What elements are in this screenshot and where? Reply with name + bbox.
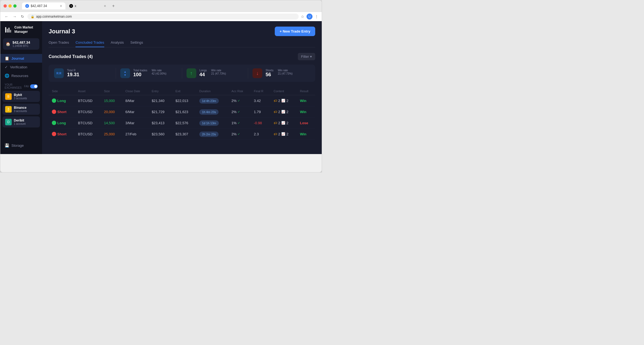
row-4-duration: 2h 2m 23s	[196, 129, 228, 140]
sidebar-item-resources-label: Resources	[11, 74, 28, 78]
deribit-name: Deribit	[14, 119, 26, 122]
row-4-content: 🏷 2 📈 2	[270, 129, 297, 140]
balance-card[interactable]: 🏠 $42,487.34 1.24939 BTC	[3, 38, 39, 50]
resources-icon: 🌐	[5, 74, 9, 78]
storage-icon: 💾	[5, 143, 9, 148]
main-content: Journal 3 + New Trade Entry Open Trades …	[42, 21, 322, 154]
browser-tab-1[interactable]: ₿ $42,487.34 ✕	[22, 2, 65, 9]
th-exit: Exit	[172, 87, 196, 95]
table-body: ↑ Long BTCUSD 15,000 8/Mar $21,340 $22,0…	[49, 95, 315, 140]
tag-icon: 🏷	[274, 99, 277, 103]
minimize-button[interactable]	[8, 4, 12, 8]
bookmark-icon[interactable]: ☆	[301, 14, 304, 19]
browser-tab-2[interactable]: ✕ x ✕	[66, 2, 109, 9]
chart-icon: 📈	[281, 99, 285, 103]
tab-open-trades[interactable]: Open Trades	[49, 40, 69, 47]
row-4-asset: BTCUSD	[75, 129, 101, 140]
bybit-icon: B	[5, 93, 12, 100]
bybit-accounts: 3 accounts	[14, 97, 27, 100]
th-entry: Entry	[149, 87, 172, 95]
tab-2-close[interactable]: ✕	[104, 4, 106, 8]
total-r-value: 19.31	[67, 72, 79, 78]
sidebar-item-storage[interactable]: 💾 Storage	[0, 141, 42, 150]
row-2-entry: $21,729	[149, 106, 172, 117]
row-2-asset: BTCUSD	[75, 106, 101, 117]
chevron-down-icon: ▾	[310, 55, 312, 59]
exchange-binance[interactable]: ₿ Binance 3 accounts	[2, 104, 40, 115]
address-text: app.coinmarketman.com	[36, 15, 72, 18]
fav-toggle[interactable]	[30, 84, 38, 88]
exchange-bybit[interactable]: B Bybit 3 accounts	[2, 91, 40, 102]
row-3-final-r: -0.98	[251, 117, 270, 129]
browser-actions: ☆ U ⋮	[301, 14, 318, 20]
total-trades-label: Total trades	[133, 69, 147, 72]
trades-info: Total trades 100 Win rate 42 (42.00%)	[133, 69, 166, 78]
sidebar: Coin Market Manager 🏠 $42,487.34 1.24939…	[0, 21, 42, 154]
svg-rect-2	[8, 28, 10, 33]
table-row[interactable]: ↓ Short BTCUSD 20,000 6/Mar $21,729 $21,…	[49, 106, 315, 117]
binance-accounts: 3 accounts	[14, 110, 27, 113]
row-1-side: ↑ Long	[49, 95, 75, 106]
total-r-label: Total R	[67, 69, 79, 72]
long-dot-icon: ↑	[52, 98, 56, 103]
row-3-acc-risk: 1% ✓	[228, 117, 251, 129]
tag-icon: 🏷	[274, 132, 277, 136]
maximize-button[interactable]	[13, 4, 17, 8]
row-3-close-date: 3/Mar	[122, 117, 149, 129]
trades-table: Side Asset Size Close Date Entry Exit Du…	[49, 87, 315, 140]
stat-divider-2	[182, 68, 182, 79]
bybit-info: Bybit 3 accounts	[14, 93, 27, 100]
table-header-row: Side Asset Size Close Date Entry Exit Du…	[49, 87, 315, 95]
forward-button[interactable]: →	[12, 14, 18, 19]
row-4-result: Win	[297, 129, 315, 140]
row-3-asset: BTCUSD	[75, 117, 101, 129]
svg-rect-0	[5, 27, 6, 33]
exchanges-section-label: YOUR EXCHANGES FAV	[0, 80, 42, 90]
filter-button[interactable]: Filter ▾	[298, 53, 315, 60]
row-1-final-r: 3.42	[251, 95, 270, 106]
row-1-duration: 1d 4h 23m	[196, 95, 228, 106]
chart-icon: 📈	[281, 132, 285, 136]
tab-analysis[interactable]: Analysis	[111, 40, 124, 47]
th-side: Side	[49, 87, 75, 95]
sidebar-item-verification[interactable]: ✓ Verification	[0, 63, 42, 71]
browser-top: ₿ $42,487.34 ✕ ✕ x ✕ + ← → ↻ 🔒 app.coinm…	[0, 0, 322, 21]
longs-value: 44	[200, 72, 207, 78]
menu-icon[interactable]: ⋮	[315, 14, 318, 19]
new-tab-button[interactable]: +	[110, 2, 117, 9]
exchange-deribit[interactable]: D Deribit 1 account	[2, 116, 40, 127]
svg-rect-1	[7, 29, 8, 33]
row-4-size: 25,000	[101, 129, 122, 140]
stat-longs: ↑ Longs 44 Win rate 21 (47.73%)	[187, 68, 244, 78]
home-icon: 🏠	[6, 42, 10, 46]
address-bar[interactable]: 🔒 app.coinmarketman.com	[27, 14, 299, 20]
win-rate-label: Win rate	[151, 69, 166, 72]
short-icon: ↓	[252, 68, 262, 78]
sidebar-item-journal[interactable]: 📋 Journal	[0, 54, 42, 63]
table-row[interactable]: ↑ Long BTCUSD 14,500 3/Mar $23,413 $22,5…	[49, 117, 315, 129]
section-title: Concluded Trades (4)	[49, 54, 93, 59]
page-title: Journal 3	[49, 28, 75, 35]
tab-1-close[interactable]: ✕	[60, 4, 62, 8]
tab-concluded-trades[interactable]: Concluded Trades	[75, 40, 104, 47]
new-trade-button[interactable]: + New Trade Entry	[275, 27, 315, 36]
table-row[interactable]: ↑ Long BTCUSD 15,000 8/Mar $21,340 $22,0…	[49, 95, 315, 106]
row-1-acc-risk: 2% ✓	[228, 95, 251, 106]
row-1-entry: $21,340	[149, 95, 172, 106]
row-2-duration: 1h 4m 23s	[196, 106, 228, 117]
th-asset: Asset	[75, 87, 101, 95]
sidebar-item-resources[interactable]: 🌐 Resources	[0, 71, 42, 80]
tabs-nav: Open Trades Concluded Trades Analysis Se…	[49, 40, 315, 47]
close-button[interactable]	[4, 4, 7, 8]
row-3-exit: $22,576	[172, 117, 196, 129]
table-row[interactable]: ↓ Short BTCUSD 25,000 27/Feb $23,560 $23…	[49, 129, 315, 140]
row-4-close-date: 27/Feb	[122, 129, 149, 140]
tab-settings[interactable]: Settings	[130, 40, 143, 47]
back-button[interactable]: ←	[4, 14, 10, 19]
reload-button[interactable]: ↻	[20, 14, 25, 19]
win-rate-value: 42 (42.00%)	[151, 72, 166, 75]
deribit-info: Deribit 1 account	[14, 119, 26, 125]
row-1-exit: $22,013	[172, 95, 196, 106]
profile-icon[interactable]: U	[307, 14, 312, 20]
table-head: Side Asset Size Close Date Entry Exit Du…	[49, 87, 315, 95]
